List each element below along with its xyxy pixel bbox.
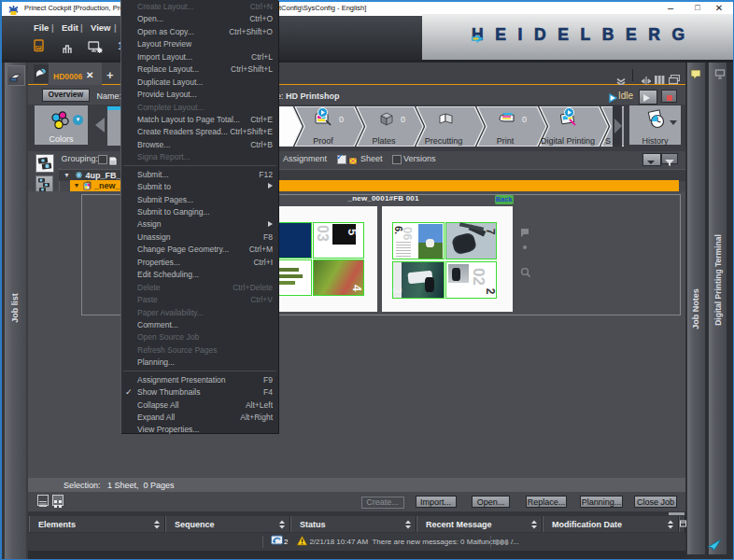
svg-text:AB: AB <box>36 46 41 49</box>
